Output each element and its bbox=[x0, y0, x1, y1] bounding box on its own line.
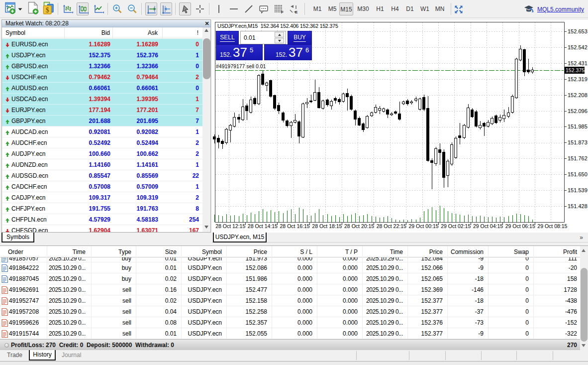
svg-text:152.653: 152.653 bbox=[568, 28, 588, 34]
svg-text:28 Oct 22:15: 28 Oct 22:15 bbox=[377, 223, 406, 229]
svg-text:28 Oct 18:15: 28 Oct 18:15 bbox=[312, 223, 342, 229]
svg-text:$: $ bbox=[46, 6, 49, 14]
svg-text:152.431: 152.431 bbox=[568, 60, 588, 66]
svg-text:F: F bbox=[281, 10, 284, 14]
svg-text:29 Oct 06:15: 29 Oct 06:15 bbox=[505, 223, 535, 229]
svg-text:151.873: 151.873 bbox=[568, 139, 588, 145]
svg-text:151.650: 151.650 bbox=[568, 171, 588, 177]
svg-text:29 Oct 08:15: 29 Oct 08:15 bbox=[537, 223, 567, 229]
svg-text:28 Oct 12:15: 28 Oct 12:15 bbox=[215, 223, 245, 229]
svg-text:151.539: 151.539 bbox=[568, 187, 588, 193]
svg-text:28 Oct 20:15: 28 Oct 20:15 bbox=[344, 223, 374, 229]
svg-text:28 Oct 14:15: 28 Oct 14:15 bbox=[248, 223, 278, 229]
svg-text:151.762: 151.762 bbox=[568, 155, 588, 161]
svg-text:152.319: 152.319 bbox=[568, 76, 588, 82]
svg-text:152.208: 152.208 bbox=[568, 92, 588, 98]
svg-text:152.375: 152.375 bbox=[566, 67, 585, 73]
svg-text:28 Oct 16:15: 28 Oct 16:15 bbox=[280, 223, 310, 229]
svg-text:151.428: 151.428 bbox=[568, 203, 588, 209]
svg-text:29 Oct 00:15: 29 Oct 00:15 bbox=[408, 223, 438, 229]
svg-text:29 Oct 04:15: 29 Oct 04:15 bbox=[473, 223, 503, 229]
svg-text:151.985: 151.985 bbox=[568, 123, 588, 129]
svg-text:E: E bbox=[295, 10, 298, 14]
svg-text:29 Oct 02:15: 29 Oct 02:15 bbox=[441, 223, 471, 229]
svg-text:152.096: 152.096 bbox=[568, 108, 588, 114]
svg-text:152.542: 152.542 bbox=[568, 44, 588, 50]
